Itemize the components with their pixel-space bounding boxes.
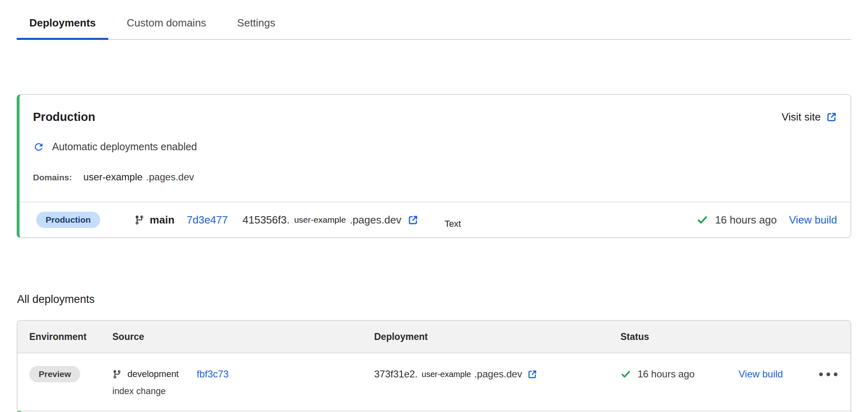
production-card-title: Production	[33, 110, 95, 124]
column-header-deployment: Deployment	[374, 331, 620, 342]
cell-environment: Preview	[18, 366, 112, 410]
tab-deployments[interactable]: Deployments	[17, 0, 108, 39]
cell-actions: View build	[722, 366, 816, 410]
success-check-icon	[697, 214, 708, 226]
visit-site-label: Visit site	[782, 111, 821, 123]
deployment-url-host: user-example	[422, 370, 471, 379]
git-branch-icon	[134, 215, 145, 225]
production-card-header: Production Visit site	[33, 95, 837, 124]
deployment-url-link[interactable]: 373f31e2. user-example .pages.dev	[374, 366, 620, 383]
view-build-link[interactable]: View build	[739, 368, 783, 380]
view-build-link[interactable]: View build	[789, 214, 837, 226]
deployment-url-suffix: .pages.dev	[474, 368, 522, 380]
production-card: Production Visit site Automatic deployme…	[17, 94, 851, 238]
deploy-time: 16 hours ago	[638, 368, 695, 380]
deployments-table: Environment Source Deployment Status Pre…	[17, 320, 851, 412]
automatic-deployments-label: Automatic deployments enabled	[52, 141, 197, 153]
branch-name: development	[127, 369, 179, 379]
table-header-row: Environment Source Deployment Status	[18, 321, 850, 353]
cell-source: development fbf3c73 index change	[112, 366, 374, 410]
deployment-url-id: 373f31e2.	[374, 368, 418, 380]
deployment-url-id: 415356f3.	[243, 214, 290, 226]
automatic-deployments-status: Automatic deployments enabled	[33, 141, 837, 153]
production-deployment-row: Production main 7d3e477 415356f3. user-e…	[33, 202, 837, 237]
domains-label: Domains:	[33, 173, 72, 182]
environment-badge-production: Production	[36, 212, 100, 228]
cell-status: 16 hours ago	[620, 366, 722, 410]
commit-message-note: Text	[445, 219, 461, 229]
visit-site-link[interactable]: Visit site	[782, 111, 837, 123]
more-options-button[interactable]	[819, 373, 837, 376]
tab-bar: Deployments Custom domains Settings	[17, 0, 851, 40]
pages-project-screen: Deployments Custom domains Settings Prod…	[0, 0, 868, 412]
column-header-status: Status	[620, 331, 722, 342]
external-link-icon	[527, 369, 537, 379]
external-link-icon	[408, 215, 419, 226]
environment-badge-preview: Preview	[29, 366, 80, 382]
column-header-environment: Environment	[18, 331, 112, 342]
deploy-time: 16 hours ago	[715, 214, 777, 226]
commit-message: index change	[112, 386, 374, 397]
external-link-icon	[826, 112, 837, 123]
deployment-url-host: user-example	[294, 215, 346, 225]
domains-row: Domains: user-example .pages.dev	[33, 171, 837, 183]
all-deployments-heading: All deployments	[17, 293, 868, 306]
table-row: Preview development fbf3c73 index change…	[18, 353, 850, 411]
branch-name: main	[150, 214, 175, 226]
production-row-status: 16 hours ago View build	[697, 214, 837, 226]
cell-more	[816, 366, 850, 410]
commit-hash-link[interactable]: fbf3c73	[197, 368, 229, 380]
commit-hash-link[interactable]: 7d3e477	[187, 214, 228, 226]
cell-deployment: 373f31e2. user-example .pages.dev	[374, 366, 620, 410]
domain-name-link[interactable]: user-example	[83, 171, 142, 183]
column-header-source: Source	[112, 331, 374, 342]
deployment-url-suffix: .pages.dev	[350, 214, 401, 226]
domain-suffix: .pages.dev	[146, 171, 194, 183]
tab-custom-domains[interactable]: Custom domains	[114, 0, 219, 39]
deployment-url-link[interactable]: 415356f3. user-example .pages.dev	[243, 214, 419, 226]
git-branch-icon	[112, 370, 122, 379]
more-options-icon	[819, 373, 823, 376]
tab-settings[interactable]: Settings	[224, 0, 288, 39]
branch-group: main	[134, 214, 175, 226]
refresh-icon	[33, 141, 44, 153]
success-check-icon	[620, 369, 631, 379]
